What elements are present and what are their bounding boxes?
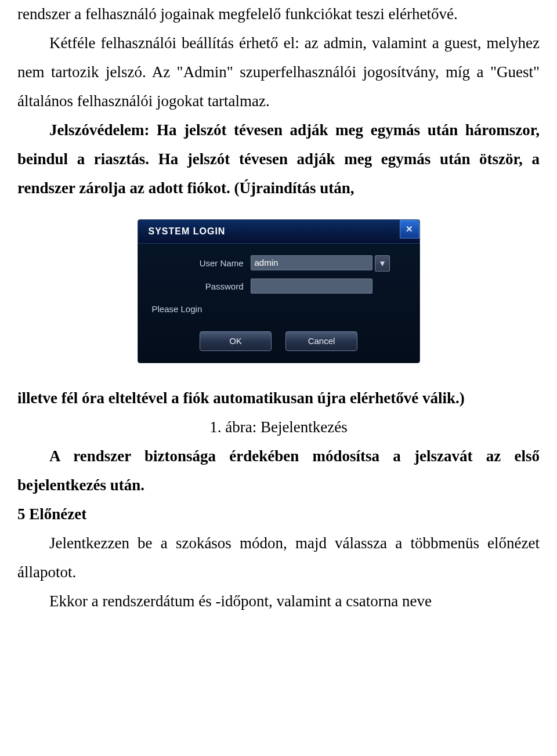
cancel-button[interactable]: Cancel [285,331,357,351]
paragraph-bold: Jelszóvédelem: Ha jelszót tévesen adják … [17,116,540,203]
username-label: User Name [151,255,251,272]
please-login-text: Please Login [152,301,407,317]
figure-container: SYSTEM LOGIN ✕ User Name ▾ Passwor [17,203,540,385]
dialog-button-row: OK Cancel [151,331,407,351]
paragraph: Ekkor a rendszerdátum és -időpont, valam… [17,587,540,616]
paragraph: Kétféle felhasználói beállítás érhető el… [17,29,540,116]
dialog-body: User Name ▾ Password Please Login [138,244,419,363]
password-row: Password [151,278,407,295]
paragraph-bold: illetve fél óra elteltével a fiók automa… [17,384,540,413]
username-input-wrap: ▾ [251,255,407,272]
paragraph: Jelentkezzen be a szokásos módon, majd v… [17,529,540,587]
password-input[interactable] [251,278,372,294]
username-row: User Name ▾ [151,255,407,272]
login-dialog: SYSTEM LOGIN ✕ User Name ▾ Passwor [138,219,420,364]
username-input[interactable] [251,255,372,270]
figure-caption: 1. ábra: Bejelentkezés [17,413,540,442]
username-dropdown-button[interactable]: ▾ [375,255,390,272]
paragraph-bold: A rendszer biztonsága érdekében módosíts… [17,442,540,500]
close-button[interactable]: ✕ [400,220,419,238]
section-heading: 5 Előnézet [17,500,540,529]
ok-button[interactable]: OK [200,331,272,351]
password-label: Password [151,278,251,295]
paragraph: rendszer a felhasználó jogainak megfelel… [17,0,540,29]
close-icon: ✕ [406,221,413,237]
chevron-down-icon: ▾ [380,255,385,272]
dialog-title: SYSTEM LOGIN [149,223,226,240]
document-page: rendszer a felhasználó jogainak megfelel… [0,0,557,756]
dialog-titlebar: SYSTEM LOGIN ✕ [138,220,419,244]
password-input-wrap [251,278,407,294]
